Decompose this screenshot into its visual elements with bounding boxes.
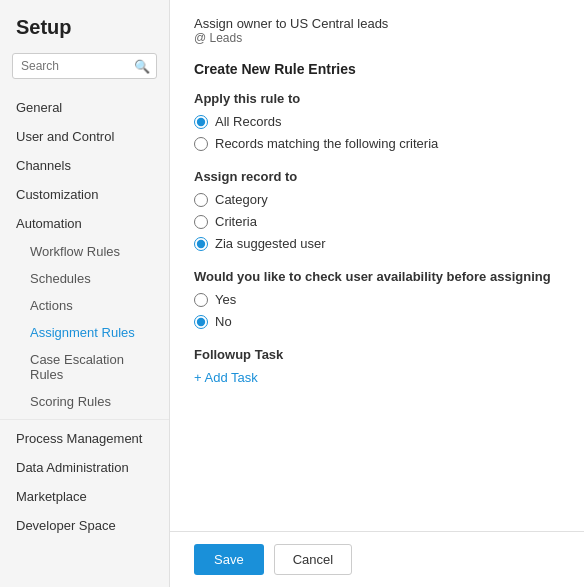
sidebar-item-case-escalation[interactable]: Case Escalation Rules: [0, 346, 169, 388]
sidebar-item-scoring-rules[interactable]: Scoring Rules: [0, 388, 169, 415]
search-box: 🔍: [12, 53, 157, 79]
assign-record-radio-0[interactable]: [194, 193, 208, 207]
breadcrumb-title: Assign owner to US Central leads: [194, 16, 560, 31]
footer-bar: Save Cancel: [170, 531, 584, 587]
availability-option-label-1: No: [215, 314, 232, 329]
assign-record-section: Assign record to CategoryCriteriaZia sug…: [194, 169, 560, 251]
divider: [0, 419, 169, 420]
availability-option-1[interactable]: No: [194, 314, 560, 329]
availability-options: YesNo: [194, 292, 560, 329]
apply-rule-option-label-0: All Records: [215, 114, 281, 129]
assign-record-option-label-0: Category: [215, 192, 268, 207]
search-icon: 🔍: [134, 59, 150, 74]
add-task-link[interactable]: + Add Task: [194, 370, 258, 385]
sidebar-nav: GeneralUser and ControlChannelsCustomiza…: [0, 93, 169, 540]
section-title: Create New Rule Entries: [194, 61, 560, 77]
save-button[interactable]: Save: [194, 544, 264, 575]
sidebar-item-assignment-rules[interactable]: Assignment Rules: [0, 319, 169, 346]
content-area: Assign owner to US Central leads @ Leads…: [170, 0, 584, 531]
sidebar-item-user-control[interactable]: User and Control: [0, 122, 169, 151]
apply-rule-option-0[interactable]: All Records: [194, 114, 560, 129]
assign-record-option-1[interactable]: Criteria: [194, 214, 560, 229]
main-content: Assign owner to US Central leads @ Leads…: [170, 0, 584, 587]
sidebar-item-schedules[interactable]: Schedules: [0, 265, 169, 292]
availability-radio-0[interactable]: [194, 293, 208, 307]
assign-record-label: Assign record to: [194, 169, 560, 184]
apply-rule-radio-1[interactable]: [194, 137, 208, 151]
apply-rule-section: Apply this rule to All RecordsRecords ma…: [194, 91, 560, 151]
followup-task-label: Followup Task: [194, 347, 560, 362]
sidebar-item-customization[interactable]: Customization: [0, 180, 169, 209]
sidebar-item-general[interactable]: General: [0, 93, 169, 122]
assign-record-option-2[interactable]: Zia suggested user: [194, 236, 560, 251]
assign-record-radio-1[interactable]: [194, 215, 208, 229]
apply-rule-option-1[interactable]: Records matching the following criteria: [194, 136, 560, 151]
sidebar: Setup 🔍 GeneralUser and ControlChannelsC…: [0, 0, 170, 587]
assign-record-radio-2[interactable]: [194, 237, 208, 251]
availability-option-label-0: Yes: [215, 292, 236, 307]
check-availability-section: Would you like to check user availabilit…: [194, 269, 560, 329]
sidebar-item-developer-space[interactable]: Developer Space: [0, 511, 169, 540]
assign-record-option-0[interactable]: Category: [194, 192, 560, 207]
assign-record-options: CategoryCriteriaZia suggested user: [194, 192, 560, 251]
apply-rule-option-label-1: Records matching the following criteria: [215, 136, 438, 151]
sidebar-item-marketplace[interactable]: Marketplace: [0, 482, 169, 511]
availability-option-0[interactable]: Yes: [194, 292, 560, 307]
check-availability-label: Would you like to check user availabilit…: [194, 269, 560, 284]
apply-rule-label: Apply this rule to: [194, 91, 560, 106]
apply-rule-radio-0[interactable]: [194, 115, 208, 129]
assign-record-option-label-2: Zia suggested user: [215, 236, 326, 251]
breadcrumb: Assign owner to US Central leads @ Leads: [194, 16, 560, 45]
sidebar-item-workflow-rules[interactable]: Workflow Rules: [0, 238, 169, 265]
apply-rule-options: All RecordsRecords matching the followin…: [194, 114, 560, 151]
cancel-button[interactable]: Cancel: [274, 544, 352, 575]
followup-task-section: Followup Task + Add Task: [194, 347, 560, 385]
sidebar-item-actions[interactable]: Actions: [0, 292, 169, 319]
availability-radio-1[interactable]: [194, 315, 208, 329]
sidebar-title: Setup: [0, 16, 169, 53]
sidebar-item-automation[interactable]: Automation: [0, 209, 169, 238]
sidebar-item-data-admin[interactable]: Data Administration: [0, 453, 169, 482]
sidebar-item-channels[interactable]: Channels: [0, 151, 169, 180]
breadcrumb-sub: @ Leads: [194, 31, 560, 45]
assign-record-option-label-1: Criteria: [215, 214, 257, 229]
sidebar-item-process-management[interactable]: Process Management: [0, 424, 169, 453]
